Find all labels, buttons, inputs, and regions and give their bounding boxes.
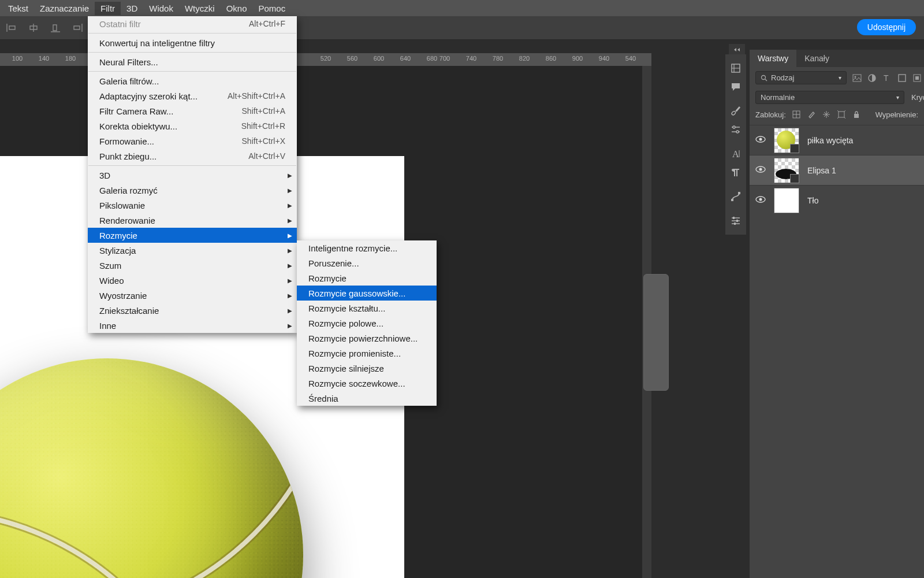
menu-item[interactable]: Zniekształcanie (88, 303, 297, 318)
menu-item[interactable]: Konwertuj na inteligentne filtry (88, 35, 297, 50)
filter-shape-icon[interactable] (897, 73, 907, 83)
menu-item[interactable]: Stylizacja (88, 243, 297, 258)
menu-item[interactable]: Ostatni filtrAlt+Ctrl+F (88, 16, 297, 31)
ruler-tick: 640 (400, 55, 411, 62)
submenu-item[interactable]: Rozmycie gaussowskie... (297, 286, 437, 301)
scrollbar-vertical[interactable] (642, 66, 651, 578)
menu-separator (88, 33, 296, 34)
blend-mode-select[interactable]: Normalnie ▾ (755, 91, 904, 104)
panel-collapse-icon[interactable] (729, 44, 745, 55)
menu-widok[interactable]: Widok (143, 2, 179, 15)
menu-item[interactable]: Rozmycie (88, 228, 297, 243)
sliders-icon[interactable] (725, 212, 746, 230)
scrollbar-thumb[interactable] (643, 274, 669, 391)
menu-item[interactable]: Punkt zbiegu...Alt+Ctrl+V (88, 149, 297, 164)
adjustments-icon[interactable] (725, 120, 746, 139)
panel-tab[interactable]: Warstwy (750, 50, 796, 67)
layer-filter-kind[interactable]: Rodzaj ▾ (755, 71, 847, 84)
submenu-item[interactable]: Poruszenie... (297, 255, 437, 271)
blur-submenu: Inteligentne rozmycie...Poruszenie...Roz… (297, 240, 437, 406)
menu-item[interactable]: Adaptacyjny szeroki kąt...Alt+Shift+Ctrl… (88, 88, 297, 103)
menu-item-label: Zniekształcanie (99, 306, 285, 316)
character-icon[interactable]: A (725, 144, 746, 163)
menu-item[interactable]: Formowanie...Shift+Ctrl+X (88, 134, 297, 149)
submenu-item[interactable]: Inteligentne rozmycie... (297, 240, 437, 255)
lock-pixels-icon[interactable] (807, 110, 816, 119)
menu-item[interactable]: Filtr Camera Raw...Shift+Ctrl+A (88, 103, 297, 118)
menu-item[interactable]: Galeria filtrów... (88, 73, 297, 88)
layer-row[interactable]: Elipsa 1 (750, 155, 924, 185)
menu-wtyczki[interactable]: Wtyczki (179, 2, 221, 15)
menu-item[interactable]: Pikslowanie (88, 198, 297, 213)
comment-icon[interactable] (725, 77, 746, 96)
menu-separator (88, 71, 296, 72)
svg-point-11 (855, 76, 856, 77)
paths-icon[interactable] (725, 187, 746, 206)
menu-shortcut: Alt+Shift+Ctrl+A (228, 91, 285, 101)
layer-row[interactable]: piłka wycięta (750, 125, 924, 155)
menu-tekst[interactable]: Tekst (2, 2, 34, 15)
visibility-eye-icon[interactable] (755, 195, 766, 206)
share-button[interactable]: Udostępnij (857, 19, 916, 35)
menu-item-label: Szum (99, 261, 285, 271)
ruler-tick: 100 (12, 55, 23, 62)
align-center-h-icon[interactable] (27, 21, 40, 35)
lock-position-icon[interactable] (822, 110, 831, 119)
filter-type-icon[interactable]: T (882, 73, 892, 83)
menu-item[interactable]: Korekta obiektywu...Shift+Ctrl+R (88, 118, 297, 134)
menu-okno[interactable]: Okno (221, 2, 253, 15)
align-right-icon[interactable] (70, 21, 84, 35)
align-left-icon[interactable] (5, 21, 18, 35)
menu-separator (88, 165, 296, 166)
menu-item-label: Punkt zbiegu... (99, 151, 225, 161)
menu-3d[interactable]: 3D (121, 2, 143, 15)
submenu-item[interactable]: Rozmycie silniejsze (297, 361, 437, 376)
paragraph-icon[interactable] (725, 163, 746, 181)
panel-tab[interactable]: Kanały (796, 50, 837, 67)
menu-pomoc[interactable]: Pomoc (252, 2, 291, 15)
svg-rect-18 (839, 112, 844, 117)
menu-item[interactable]: Neural Filters... (88, 54, 297, 69)
submenu-item-label: Rozmycie powierzchniowe... (308, 334, 425, 343)
menu-item[interactable]: Wideo (88, 273, 297, 288)
svg-rect-7 (736, 220, 738, 222)
visibility-eye-icon[interactable] (755, 135, 766, 146)
menu-item[interactable]: Szum (88, 258, 297, 273)
menu-item-label: Rozmycie (99, 231, 285, 240)
svg-rect-14 (899, 75, 906, 81)
lock-transparency-icon[interactable] (792, 110, 801, 119)
menu-item[interactable]: Wyostrzanie (88, 288, 297, 303)
properties-icon[interactable] (725, 59, 746, 77)
visibility-eye-icon[interactable] (755, 165, 766, 176)
submenu-item[interactable]: Średnia (297, 391, 437, 406)
submenu-item[interactable]: Rozmycie powierzchniowe... (297, 331, 437, 346)
layer-row[interactable]: Tło (750, 185, 924, 215)
collapsed-panels-strip: A (725, 54, 746, 235)
filter-smart-icon[interactable] (912, 73, 922, 83)
lock-artboard-icon[interactable] (837, 110, 846, 119)
filter-menu-dropdown: Ostatni filtrAlt+Ctrl+FKonwertuj na inte… (88, 16, 297, 333)
menu-item-label: Inne (99, 321, 285, 331)
menu-filtr[interactable]: Filtr (95, 2, 121, 15)
menu-item[interactable]: Renderowanie (88, 213, 297, 228)
menu-item[interactable]: 3D (88, 168, 297, 183)
submenu-item[interactable]: Rozmycie (297, 271, 437, 286)
submenu-item[interactable]: Rozmycie promieniste... (297, 346, 437, 361)
menu-zaznaczanie[interactable]: Zaznaczanie (34, 2, 95, 15)
layers-list: piłka wyciętaElipsa 1Tło (750, 125, 924, 215)
filter-adjust-icon[interactable] (867, 73, 877, 83)
brush-settings-icon[interactable] (725, 102, 746, 120)
submenu-item[interactable]: Rozmycie polowe... (297, 316, 437, 331)
submenu-item-label: Rozmycie gaussowskie... (308, 288, 425, 298)
svg-point-21 (759, 138, 762, 140)
align-bottom-icon[interactable] (49, 21, 62, 35)
menu-item-label: Wyostrzanie (99, 291, 285, 301)
submenu-item-label: Rozmycie soczewkowe... (308, 379, 425, 388)
svg-rect-16 (915, 76, 919, 80)
filter-pixel-icon[interactable] (852, 73, 862, 83)
submenu-item[interactable]: Rozmycie kształtu... (297, 301, 437, 316)
menu-item[interactable]: Inne (88, 318, 297, 333)
submenu-item[interactable]: Rozmycie soczewkowe... (297, 376, 437, 391)
lock-all-icon[interactable] (852, 110, 861, 119)
menu-item[interactable]: Galeria rozmyć (88, 183, 297, 198)
